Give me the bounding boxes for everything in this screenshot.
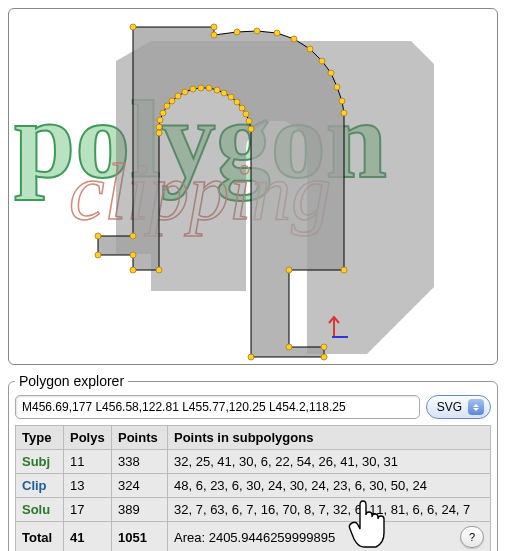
table-row: Solu1738932, 7, 63, 6, 7, 16, 70, 8, 7, … xyxy=(16,498,491,522)
svg-point-35 xyxy=(157,117,163,123)
svg-point-17 xyxy=(321,354,327,360)
path-data-input[interactable] xyxy=(15,395,420,419)
stats-table: Type Polys Points Points in subpolygons … xyxy=(15,425,491,551)
total-points: 1051 xyxy=(112,522,168,552)
svg-point-34 xyxy=(160,110,166,116)
svg-point-37 xyxy=(156,130,162,136)
row-type: Clip xyxy=(16,474,64,498)
svg-point-10 xyxy=(334,84,340,90)
panel-legend: Polygon explorer xyxy=(15,373,128,389)
svg-point-41 xyxy=(95,252,101,258)
svg-point-23 xyxy=(234,99,240,105)
svg-point-7 xyxy=(307,46,313,52)
table-total-row: Total 41 1051 Area: 2405.9446259999895 ? xyxy=(16,522,491,552)
col-points: Points xyxy=(112,426,168,450)
area-cell: Area: 2405.9446259999895 ? xyxy=(168,522,491,552)
svg-point-2 xyxy=(211,32,217,38)
svg-point-0 xyxy=(130,24,136,30)
chevron-updown-icon xyxy=(468,399,484,415)
svg-point-38 xyxy=(156,267,162,273)
col-sub: Points in subpolygons xyxy=(168,426,491,450)
table-row: Clip1332448, 6, 23, 6, 30, 24, 30, 24, 2… xyxy=(16,474,491,498)
svg-point-21 xyxy=(243,111,249,117)
row-polys: 13 xyxy=(64,474,112,498)
svg-point-43 xyxy=(130,233,136,239)
row-polys: 17 xyxy=(64,498,112,522)
format-select-label: SVG xyxy=(437,400,462,414)
svg-point-29 xyxy=(190,86,196,92)
format-select[interactable]: SVG xyxy=(426,395,491,419)
svg-point-27 xyxy=(206,85,212,91)
svg-point-28 xyxy=(198,85,204,91)
svg-point-14 xyxy=(286,267,292,273)
col-type: Type xyxy=(16,426,64,450)
svg-point-6 xyxy=(291,36,297,42)
row-points: 338 xyxy=(112,450,168,474)
table-row: Subj1133832, 25, 41, 30, 6, 22, 54, 26, … xyxy=(16,450,491,474)
svg-point-25 xyxy=(221,90,227,96)
svg-point-26 xyxy=(214,87,220,93)
svg-point-16 xyxy=(321,344,327,350)
svg-point-39 xyxy=(130,267,136,273)
svg-point-11 xyxy=(339,98,345,104)
svg-point-33 xyxy=(164,103,170,109)
polygon-explorer-panel: Polygon explorer SVG Type Polys Points P… xyxy=(8,373,498,551)
row-type: Subj xyxy=(16,450,64,474)
row-sub: 32, 7, 63, 6, 7, 16, 70, 8, 7, 32, 6, 11… xyxy=(168,498,491,522)
svg-point-8 xyxy=(319,58,325,64)
col-polys: Polys xyxy=(64,426,112,450)
svg-point-19 xyxy=(248,126,254,132)
row-points: 324 xyxy=(112,474,168,498)
svg-point-31 xyxy=(175,93,181,99)
svg-point-13 xyxy=(341,267,347,273)
row-points: 389 xyxy=(112,498,168,522)
svg-point-15 xyxy=(286,344,292,350)
svg-point-30 xyxy=(182,89,188,95)
svg-point-20 xyxy=(246,118,252,124)
svg-point-24 xyxy=(228,94,234,100)
help-button[interactable]: ? xyxy=(460,526,484,548)
svg-point-40 xyxy=(130,252,136,258)
svg-point-22 xyxy=(239,105,245,111)
svg-point-32 xyxy=(169,98,175,104)
svg-point-5 xyxy=(274,30,280,36)
total-polys: 41 xyxy=(64,522,112,552)
table-header-row: Type Polys Points Points in subpolygons xyxy=(16,426,491,450)
svg-point-4 xyxy=(254,28,260,34)
polygon-preview-canvas: polygon clipping xyxy=(8,8,498,365)
svg-point-12 xyxy=(341,110,347,116)
svg-point-18 xyxy=(248,354,254,360)
svg-point-1 xyxy=(211,24,217,30)
row-sub: 32, 25, 41, 30, 6, 22, 54, 26, 41, 30, 3… xyxy=(168,450,491,474)
row-type: Solu xyxy=(16,498,64,522)
svg-point-36 xyxy=(156,124,162,130)
row-polys: 11 xyxy=(64,450,112,474)
svg-point-9 xyxy=(328,70,334,76)
total-label: Total xyxy=(16,522,64,552)
row-sub: 48, 6, 23, 6, 30, 24, 30, 24, 23, 6, 30,… xyxy=(168,474,491,498)
area-value: Area: 2405.9446259999895 xyxy=(174,530,452,545)
svg-point-3 xyxy=(234,29,240,35)
svg-point-42 xyxy=(95,233,101,239)
